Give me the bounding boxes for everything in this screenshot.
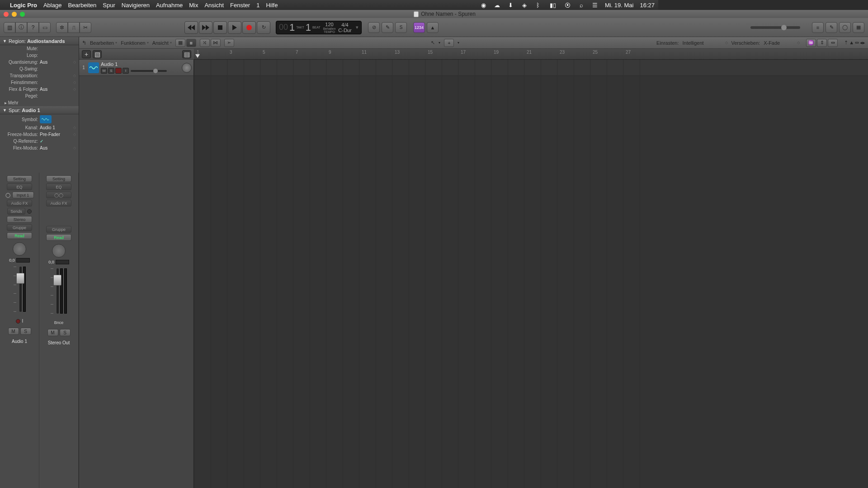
help-button[interactable]: ? [27,22,39,33]
rewind-button[interactable] [184,21,198,34]
window-close-button[interactable] [4,12,9,17]
menu-aufnahme[interactable]: Aufnahme [156,2,183,9]
toolbar-button[interactable]: ▭ [39,22,51,33]
freeze-value[interactable]: Pre-Fader [40,132,60,137]
solo-button-2[interactable]: S [60,329,71,336]
input-slot[interactable]: Input 1 [12,192,34,198]
solo-mode-button[interactable]: S [395,22,407,33]
sends-slot[interactable]: Sends [7,208,25,215]
metronome-button[interactable]: ▲ [427,22,439,33]
automation-icon[interactable]: ⤭ [200,39,210,47]
audiofx-slot[interactable]: Audio FX [7,200,32,206]
arrange-area[interactable] [194,60,658,369]
app-name[interactable]: Logic Pro [10,2,37,9]
menu-1[interactable]: 1 [256,2,259,9]
download-icon[interactable]: ⬇ [507,1,514,9]
track-row[interactable]: 1 Audio 1 M S I [79,60,193,76]
track-icon[interactable] [88,62,99,73]
wifi-icon[interactable]: ⦿ [564,1,571,9]
spotlight-icon[interactable]: ⌕ [578,1,585,9]
smart-controls-button[interactable]: ✲ [56,22,68,33]
input-monitor[interactable]: I [22,319,24,324]
qref-value[interactable]: ✓ [40,139,43,144]
eq-slot[interactable]: EQ [7,183,32,190]
flex-follow-value[interactable]: Aus [40,87,47,92]
pointer-tool-icon[interactable]: ↖ [431,40,435,46]
master-fader[interactable] [57,268,59,314]
menubar-date[interactable]: Mi. 19. Mai [605,2,634,9]
view-menu[interactable]: Ansicht▾ [152,40,172,46]
pan-knob[interactable] [13,242,26,256]
track-volume-slider[interactable] [131,70,167,72]
bounce-button[interactable]: Bnce [54,320,64,325]
automation-mode-2[interactable]: Read [46,234,71,241]
bluetooth-icon[interactable]: ᛒ [534,1,542,9]
menu-mix[interactable]: Mix [189,2,198,9]
track-icon-thumb[interactable] [40,115,52,123]
flex-icon[interactable]: ⋈ [211,39,221,47]
flexmode-value[interactable]: Aus [40,145,47,150]
region-header[interactable]: ▼ Region: Audiostandards [0,37,79,45]
group-slot[interactable]: Gruppe [7,224,32,231]
menu-spur[interactable]: Spur [103,2,115,9]
low-latency-button[interactable]: ✎ [382,22,393,33]
more-disclosure[interactable]: ▸ Mehr [0,99,79,106]
global-tracks-button[interactable]: ▤ [182,50,191,58]
track-header[interactable]: ▼ Spur: Audio 1 [0,106,79,114]
track-solo[interactable]: S [108,68,114,74]
window-titlebar[interactable]: Ohne Namen - Spuren [0,10,658,18]
window-zoom-button[interactable] [20,12,25,17]
playhead-icon[interactable] [195,54,200,58]
catch-icon[interactable]: ➣ [224,39,234,47]
balance-knob[interactable] [52,244,66,258]
record-enable[interactable] [16,319,20,324]
track-name[interactable]: Audio 1 [101,61,180,67]
timeline-ruler[interactable]: 13579111315171921232527 [194,49,658,60]
arrange-lane[interactable] [194,60,658,76]
menu-ablage[interactable]: Ablage [43,2,61,9]
lcd-display[interactable]: 00 1 TAKT 1 BEAT 120 Behalten TEMPO 4/4 … [276,21,362,34]
mute-button[interactable]: M [8,328,19,335]
setting-button[interactable]: Setting [7,175,32,182]
menubar-time[interactable]: 16:27 [640,2,655,9]
send-knob[interactable] [27,209,32,214]
record-button[interactable] [242,21,256,34]
functions-menu[interactable]: Funktionen▾ [121,40,148,46]
icloud-icon[interactable]: ☁ [494,1,501,9]
back-arrow-icon[interactable]: ↰ [82,40,86,46]
add-track-button[interactable]: + [82,50,91,58]
menu-fenster[interactable]: Fenster [230,2,250,9]
play-button[interactable] [228,21,241,34]
solo-button[interactable]: S [20,328,31,335]
inspector-button[interactable]: ⓘ [15,22,27,33]
track-mute[interactable]: M [101,68,107,74]
mixer-button[interactable]: ⎍ [68,22,80,33]
automation-mode[interactable]: Read [7,232,32,239]
duplicate-track-button[interactable]: ▧ [93,50,102,58]
airdrop-icon[interactable]: ◈ [521,1,528,9]
eq-slot-2[interactable]: EQ [46,183,71,190]
edit-menu[interactable]: Bearbeiten▾ [90,40,117,46]
track-input-monitor[interactable]: I [123,68,129,74]
forward-button[interactable] [199,21,212,34]
library-button[interactable]: ▥ [4,22,15,33]
menu-bearbeiten[interactable]: Bearbeiten [68,2,96,9]
menu-navigieren[interactable]: Navigieren [122,2,150,9]
output-slot[interactable]: Stereo [7,216,32,223]
audiofx-slot-2[interactable]: Audio FX [46,200,71,206]
quant-value[interactable]: Aus [40,60,47,65]
stop-button[interactable] [213,21,227,34]
setting-button-2[interactable]: Setting [46,175,71,182]
menu-hilfe[interactable]: Hilfe [266,2,278,9]
track-pan-knob[interactable] [182,63,192,73]
cycle-button[interactable]: ↻ [257,21,270,34]
editors-button[interactable]: ✂ [80,22,91,33]
view-grid-icon[interactable]: ▦ [175,39,185,47]
view-list-icon[interactable]: ≡ [186,39,196,47]
screen-record-icon[interactable]: ◉ [480,1,487,9]
volume-fader[interactable] [19,267,22,312]
count-in-button[interactable]: 1234 [413,22,425,33]
channel-value[interactable]: Audio 1 [40,125,55,130]
add-marker-icon[interactable]: + [444,39,454,47]
battery-icon[interactable]: ▮▯ [548,1,558,9]
